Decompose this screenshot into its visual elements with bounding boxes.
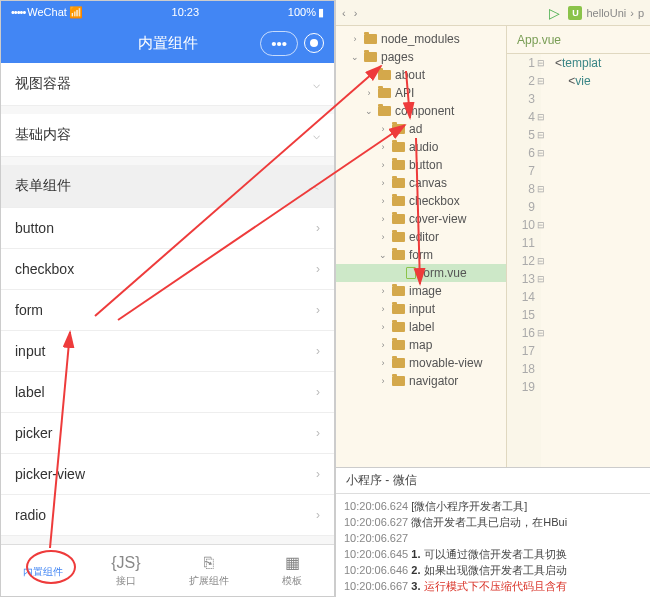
expand-icon[interactable]: › [378,304,388,314]
tree-file[interactable]: form.vue [336,264,506,282]
item-label: picker [15,425,52,441]
tree-folder[interactable]: ›audio [336,138,506,156]
tree-label: canvas [409,176,447,190]
chevron-right-icon: › [316,467,320,481]
tree-folder[interactable]: ›cover-view [336,210,506,228]
file-tree[interactable]: ›node_modules⌄pages›about›API⌄component›… [336,26,506,467]
folder-icon [392,214,405,224]
expand-icon[interactable]: › [378,124,388,134]
expand-icon[interactable]: › [378,142,388,152]
expand-icon[interactable]: › [378,322,388,332]
console-tab[interactable]: 小程序 - 微信 [336,468,650,494]
tree-folder[interactable]: ›navigator [336,372,506,390]
folder-icon [392,286,405,296]
list-item[interactable]: picker-view› [1,454,334,495]
tree-label: pages [381,50,414,64]
forward-icon[interactable]: › [354,7,358,19]
list-item[interactable]: input› [1,331,334,372]
tree-folder[interactable]: ›editor [336,228,506,246]
console-panel: 小程序 - 微信 10:20:06.624 [微信小程序开发者工具]10:20:… [336,467,650,597]
tab-item[interactable]: ⎘扩展组件 [168,545,251,596]
item-label: radio [15,507,46,523]
item-label: picker-view [15,466,85,482]
expand-icon[interactable]: › [364,70,374,80]
expand-icon[interactable]: › [378,232,388,242]
console-line: 10:20:06.667 3. 运行模式下不压缩代码且含有 [344,578,642,594]
section-header[interactable]: 视图容器⌵ [1,63,334,106]
list-item[interactable]: radio› [1,495,334,536]
tree-folder[interactable]: ›node_modules [336,30,506,48]
back-icon[interactable]: ‹ [342,7,346,19]
tab-label: 接口 [116,574,136,588]
list-item[interactable]: button› [1,208,334,249]
run-icon[interactable]: ▷ [549,5,560,21]
folder-icon [392,232,405,242]
capsule-close[interactable] [304,33,324,53]
section-label: 视图容器 [15,75,71,93]
tree-label: component [395,104,454,118]
tree-folder[interactable]: ›map [336,336,506,354]
tree-folder[interactable]: ›input [336,300,506,318]
breadcrumb-project: helloUni [586,7,626,19]
console-line: 10:20:06.627 微信开发者工具已启动，在HBui [344,514,642,530]
expand-icon[interactable]: › [378,286,388,296]
tree-folder[interactable]: ›label [336,318,506,336]
console-line: 10:20:06.627 [344,530,642,546]
expand-icon[interactable]: › [364,88,374,98]
chevron-right-icon: › [316,508,320,522]
expand-icon[interactable]: ⌄ [350,52,360,62]
expand-icon[interactable]: ⌄ [378,250,388,260]
tab-label: 内置组件 [23,565,63,579]
expand-icon[interactable]: › [378,214,388,224]
expand-icon[interactable]: › [378,358,388,368]
tree-label: button [409,158,442,172]
tree-folder[interactable]: ›canvas [336,174,506,192]
editor-tab[interactable]: App.vue [507,26,650,54]
section-label: 基础内容 [15,126,71,144]
expand-icon[interactable]: › [378,340,388,350]
content-scroll[interactable]: 视图容器⌵基础内容⌵表单组件︿button›checkbox›form›inpu… [1,63,334,544]
tree-label: movable-view [409,356,482,370]
expand-icon[interactable]: ⌄ [364,106,374,116]
list-item[interactable]: picker› [1,413,334,454]
list-item[interactable]: checkbox› [1,249,334,290]
expand-icon[interactable]: › [378,376,388,386]
tab-item[interactable]: 内置组件 [1,545,84,596]
code-area[interactable]: 1⊟2⊟34⊟5⊟6⊟78⊟910⊟1112⊟13⊟141516⊟171819 … [507,54,650,467]
tree-label: navigator [409,374,458,388]
section-header[interactable]: 基础内容⌵ [1,114,334,157]
section-header[interactable]: 表单组件︿ [1,165,334,208]
console-output[interactable]: 10:20:06.624 [微信小程序开发者工具]10:20:06.627 微信… [336,494,650,597]
tree-folder[interactable]: ›image [336,282,506,300]
tree-folder[interactable]: ›movable-view [336,354,506,372]
folder-icon [364,52,377,62]
nav-title: 内置组件 [138,34,198,53]
folder-icon [392,304,405,314]
tab-item[interactable]: ▦模板 [251,545,334,596]
capsule-menu[interactable]: ••• [260,31,298,56]
simulator-panel: ••••• WeChat 📶 10:23 100% ▮ 内置组件 ••• 视图容… [0,0,335,597]
status-bar: ••••• WeChat 📶 10:23 100% ▮ [1,1,334,23]
chevron-right-icon: › [316,426,320,440]
folder-icon [392,358,405,368]
tree-folder[interactable]: ›checkbox [336,192,506,210]
expand-icon[interactable]: › [378,160,388,170]
folder-icon [392,160,405,170]
tree-folder[interactable]: ⌄component [336,102,506,120]
tree-folder[interactable]: ›API [336,84,506,102]
expand-icon[interactable]: › [378,178,388,188]
tree-folder[interactable]: ›ad [336,120,506,138]
expand-icon[interactable]: › [350,34,360,44]
list-item[interactable]: form› [1,290,334,331]
breadcrumb[interactable]: U helloUni › p [568,6,644,20]
item-label: label [15,384,45,400]
tree-folder[interactable]: ⌄pages [336,48,506,66]
tree-folder[interactable]: ⌄form [336,246,506,264]
tab-item[interactable]: {JS}接口 [84,545,167,596]
expand-icon[interactable]: › [378,196,388,206]
ide-panel: ‹ › ▷ U helloUni › p ›node_modules⌄pages… [335,0,650,597]
list-item[interactable]: label› [1,372,334,413]
tree-folder[interactable]: ›button [336,156,506,174]
tree-label: form [409,248,433,262]
tree-folder[interactable]: ›about [336,66,506,84]
